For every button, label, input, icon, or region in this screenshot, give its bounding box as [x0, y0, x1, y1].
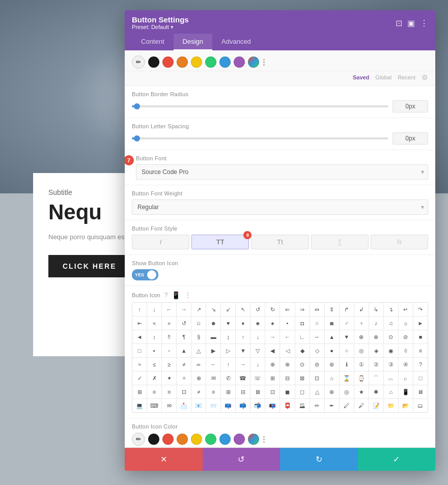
- icon-cell[interactable]: △: [191, 344, 206, 357]
- tab-content[interactable]: Content: [132, 34, 174, 50]
- border-radius-track[interactable]: [132, 105, 388, 107]
- icon-cell[interactable]: ≤: [147, 358, 161, 371]
- icon-cell[interactable]: ↲: [354, 303, 369, 316]
- preset-saved[interactable]: Saved: [353, 74, 369, 80]
- icon-cell[interactable]: ▬: [206, 330, 220, 344]
- icon-cell[interactable]: ◀: [265, 344, 279, 357]
- icon-cell[interactable]: ≡: [206, 385, 220, 398]
- icon-cell[interactable]: ↷: [413, 303, 428, 316]
- icon-cell[interactable]: ⌨: [147, 399, 161, 412]
- icon-cell[interactable]: ▪: [147, 344, 161, 357]
- preset-settings-icon[interactable]: ⚙: [422, 73, 428, 81]
- icon-phone-icon[interactable]: 📱: [172, 291, 180, 299]
- strikethrough-button[interactable]: S: [371, 235, 428, 249]
- icon-cell[interactable]: ▶: [206, 344, 220, 357]
- icon-cell[interactable]: ↵: [399, 303, 413, 316]
- icon-cell[interactable]: ♥: [221, 317, 235, 330]
- icon-cell[interactable]: ◘: [295, 317, 310, 330]
- icon-cell[interactable]: ✏: [310, 399, 324, 412]
- color-blue[interactable]: [219, 56, 231, 68]
- icon-cell[interactable]: ⊕: [354, 330, 369, 344]
- icon-cell[interactable]: ◎: [340, 385, 354, 398]
- icon-cell[interactable]: ○: [310, 317, 324, 330]
- icon-cell[interactable]: ♂: [340, 317, 354, 330]
- icon-cell[interactable]: ✆: [221, 372, 235, 385]
- icon-cell[interactable]: ◎: [354, 344, 369, 357]
- icon-cell[interactable]: ◻: [295, 385, 310, 398]
- icon-cell[interactable]: ⊟: [236, 385, 250, 398]
- icon-cell[interactable]: «: [147, 317, 161, 330]
- icon-cell[interactable]: ☏: [250, 372, 265, 385]
- font-weight-select[interactable]: Regular Bold Light: [132, 199, 428, 215]
- font-select[interactable]: Source Code Pro Arial Georgia: [136, 164, 428, 180]
- icon-cell[interactable]: ↑: [236, 330, 250, 344]
- icon-cell[interactable]: ⊕: [265, 358, 279, 371]
- icon-cell[interactable]: ↴: [384, 303, 398, 316]
- icon-color-red[interactable]: [162, 434, 174, 445]
- icon-cell[interactable]: ℹ: [340, 358, 354, 371]
- icon-cell[interactable]: ④: [399, 358, 413, 371]
- icon-cell[interactable]: ⇤: [132, 317, 147, 330]
- icon-cell[interactable]: 📱: [399, 385, 413, 398]
- icon-cell[interactable]: ⌓: [384, 372, 398, 385]
- icon-cell[interactable]: ↗: [191, 303, 206, 316]
- icon-cell[interactable]: ⊠: [295, 372, 310, 385]
- icon-cell[interactable]: □: [413, 372, 428, 385]
- icon-cell[interactable]: →: [265, 330, 279, 344]
- icon-cell[interactable]: ↕: [147, 330, 161, 344]
- border-radius-thumb[interactable]: [134, 103, 140, 109]
- color-yellow[interactable]: [191, 56, 202, 68]
- icon-cell[interactable]: ⇐: [280, 303, 294, 316]
- icon-cell[interactable]: ‼: [162, 330, 176, 344]
- icon-cell[interactable]: ♫: [384, 317, 398, 330]
- icon-cell[interactable]: 🗳: [295, 399, 310, 412]
- tab-advanced[interactable]: Advanced: [212, 34, 260, 50]
- icon-cell[interactable]: ②: [369, 358, 383, 371]
- icon-cell[interactable]: ≥: [162, 358, 176, 371]
- confirm-button[interactable]: ✓: [358, 448, 436, 471]
- icon-cell[interactable]: ←: [162, 303, 176, 316]
- icon-cell[interactable]: ↓: [250, 330, 265, 344]
- icon-cell[interactable]: →: [236, 358, 250, 371]
- icon-cell[interactable]: »: [162, 317, 176, 330]
- color-more-button[interactable]: [262, 58, 266, 67]
- icon-cell[interactable]: ⊘: [399, 330, 413, 344]
- icon-cell[interactable]: ✓: [132, 372, 147, 385]
- icon-cell[interactable]: ◇: [310, 344, 324, 357]
- icon-cell[interactable]: ▽: [250, 344, 265, 357]
- icon-cell[interactable]: §: [191, 330, 206, 344]
- icon-color-green[interactable]: [205, 434, 216, 445]
- icon-cell[interactable]: 📨: [206, 399, 220, 412]
- icon-cell[interactable]: ①: [354, 358, 369, 371]
- icon-cell[interactable]: 🖊: [340, 399, 354, 412]
- icon-cell[interactable]: ∞: [191, 358, 206, 371]
- icon-cell[interactable]: ↱: [340, 303, 354, 316]
- icon-cell[interactable]: ⊞: [132, 385, 147, 398]
- icon-cell[interactable]: ⊞: [221, 385, 235, 398]
- icon-cell[interactable]: ↻: [265, 303, 279, 316]
- icon-cell[interactable]: ⊙: [384, 330, 398, 344]
- icon-cell[interactable]: ⌚: [354, 372, 369, 385]
- icon-cell[interactable]: 🖋: [354, 399, 369, 412]
- icon-cell[interactable]: ⇒: [295, 303, 310, 316]
- icon-cell[interactable]: ⌛: [340, 372, 354, 385]
- icon-cell[interactable]: ⊗: [280, 358, 294, 371]
- redo-button[interactable]: ↻: [280, 448, 358, 471]
- icon-cell[interactable]: ⌂: [384, 385, 398, 398]
- icon-cell[interactable]: ✉: [162, 399, 176, 412]
- icon-cell[interactable]: 📭: [265, 399, 279, 412]
- icon-cell[interactable]: ↺: [177, 317, 191, 330]
- capitalize-button[interactable]: Tt: [251, 235, 309, 249]
- cancel-button[interactable]: ✕: [125, 448, 203, 471]
- icon-cell[interactable]: ▲: [177, 344, 191, 357]
- icon-cell[interactable]: ↳: [369, 303, 383, 316]
- icon-cell[interactable]: ◄: [132, 330, 147, 344]
- icon-cell[interactable]: ☼: [399, 317, 413, 330]
- icon-cell[interactable]: ○: [340, 344, 354, 357]
- reset-button[interactable]: ↺: [203, 448, 281, 471]
- icon-cell[interactable]: ✧: [177, 372, 191, 385]
- icon-cell[interactable]: ♪: [369, 317, 383, 330]
- icon-cell[interactable]: ◉: [384, 344, 398, 357]
- color-red[interactable]: [162, 56, 174, 68]
- color-gradient[interactable]: [248, 56, 259, 68]
